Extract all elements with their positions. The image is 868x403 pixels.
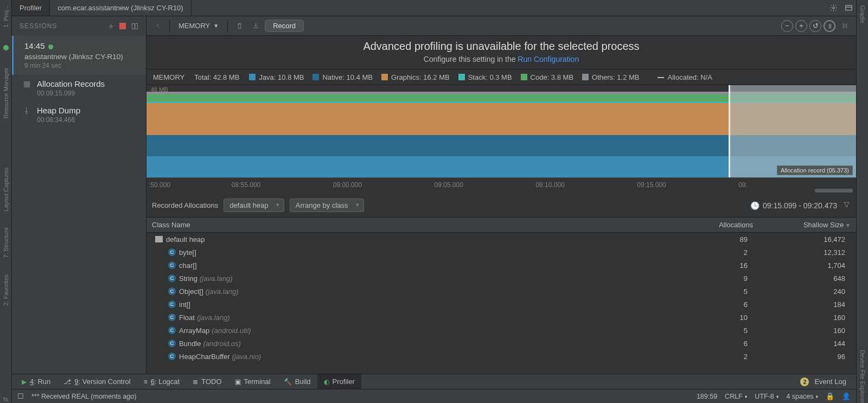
svg-rect-3 bbox=[132, 23, 134, 29]
reset-zoom-button[interactable]: ↺ bbox=[809, 20, 821, 32]
sessions-panel: SESSIONS 14:45 assistantnew (Jlinksz CY-… bbox=[12, 16, 146, 374]
status-window-icon[interactable]: ☐ bbox=[17, 392, 24, 400]
legend-java: Java: 10.8 MB bbox=[249, 73, 304, 81]
btab-vcs[interactable]: ⎇9: Version Control bbox=[57, 374, 137, 389]
rail-captures[interactable]: Layout Captures bbox=[3, 168, 9, 212]
rail-resource-manager[interactable]: Resource Manager bbox=[3, 68, 9, 119]
artifact-time: 00:09:15.099 bbox=[37, 89, 105, 97]
table-row[interactable]: CArrayMap(android.util)5160 bbox=[146, 324, 856, 337]
arrange-dropdown[interactable]: Arrange by class bbox=[290, 199, 364, 212]
selection-region[interactable]: Allocation record (05.373) bbox=[729, 85, 856, 177]
status-eol[interactable]: CRLF ♦ bbox=[725, 393, 747, 400]
legend-allocated: Allocated: N/A bbox=[667, 73, 712, 81]
time-range: 09:15.099 - 09:20.473 bbox=[763, 201, 837, 210]
allocations-table: Class Name Allocations Shallow Size defa… bbox=[146, 218, 856, 374]
table-row[interactable]: CFloat(java.lang)10160 bbox=[146, 311, 856, 324]
rail-bottom-icon: ʦ bbox=[3, 396, 8, 403]
android-icon bbox=[2, 44, 10, 52]
btab-profiler[interactable]: ◐Profiler bbox=[317, 374, 361, 389]
th-shallow-size[interactable]: Shallow Size bbox=[758, 218, 856, 232]
table-row[interactable]: CString(java.lang)9648 bbox=[146, 272, 856, 285]
profiler-panel: MEMORY▼ Record − + ↺ ॥ Advanced profilin… bbox=[146, 16, 856, 374]
filter-label: Recorded Allocations bbox=[152, 201, 218, 209]
artifact-title: Allocation Records bbox=[37, 79, 105, 88]
view-selector[interactable]: MEMORY▼ bbox=[174, 22, 223, 30]
heap-dropdown[interactable]: default heap bbox=[224, 199, 284, 212]
status-encoding[interactable]: UTF-8 ♦ bbox=[755, 393, 778, 400]
stop-session-icon[interactable] bbox=[117, 20, 129, 32]
profiler-tabbar: Profiler com.ecar.assistantnew (Jlinksz … bbox=[12, 0, 856, 16]
status-caret-pos[interactable]: 189:59 bbox=[697, 393, 717, 400]
heap-dump-icon: ⭳ bbox=[22, 106, 31, 114]
zoom-out-button[interactable]: − bbox=[781, 20, 793, 32]
svg-rect-4 bbox=[135, 23, 137, 29]
timeline-scrollbar[interactable] bbox=[815, 189, 853, 193]
legend-total: Total: 42.8 MB bbox=[194, 73, 239, 81]
session-duration: 9 min 24 sec bbox=[24, 62, 141, 69]
layout-icon[interactable] bbox=[129, 20, 141, 32]
class-icon: C bbox=[168, 340, 176, 347]
rail-gradle[interactable]: Gradle bbox=[859, 5, 866, 23]
rail-favorites[interactable]: 2: Favorites bbox=[3, 274, 9, 305]
live-dot-icon bbox=[48, 44, 53, 49]
event-badge: 2 bbox=[800, 378, 809, 386]
record-button[interactable]: Record bbox=[265, 20, 304, 32]
settings-gear-icon[interactable] bbox=[826, 0, 841, 16]
hide-panel-icon[interactable] bbox=[841, 0, 856, 16]
svg-point-0 bbox=[3, 45, 9, 50]
artifact-allocation-records[interactable]: ▦ Allocation Records 00:09:15.099 bbox=[12, 75, 146, 101]
add-session-icon[interactable] bbox=[105, 20, 117, 32]
status-message: *** Received REAL (moments ago) bbox=[31, 393, 136, 400]
lock-icon[interactable]: 🔒 bbox=[826, 392, 834, 400]
rail-structure[interactable]: 7: Structure bbox=[3, 227, 9, 258]
session-name: assistantnew (Jlinksz CY-R10) bbox=[24, 53, 141, 61]
trash-button[interactable] bbox=[232, 19, 246, 33]
rail-project[interactable]: 1: Proj... bbox=[3, 5, 9, 28]
legend-title: MEMORY bbox=[153, 73, 184, 81]
btab-logcat[interactable]: ≡6: Logcat bbox=[137, 374, 187, 389]
table-row[interactable]: Cbyte[]212,312 bbox=[146, 246, 856, 259]
pause-button[interactable]: ॥ bbox=[824, 20, 835, 32]
svg-rect-2 bbox=[845, 5, 851, 10]
btab-event-log[interactable]: 2Event Log bbox=[794, 374, 853, 389]
table-row[interactable]: Cchar[]161,704 bbox=[146, 259, 856, 272]
memory-chart[interactable]: 48 MB 32 16 Allocation record (05.373) :… bbox=[146, 85, 856, 194]
artifact-time: 00:08:34.466 bbox=[37, 116, 80, 124]
artifact-heap-dump[interactable]: ⭳ Heap Dump 00:08:34.466 bbox=[12, 101, 146, 128]
memory-legend: MEMORY Total: 42.8 MB Java: 10.8 MBNativ… bbox=[146, 69, 856, 85]
advanced-profiling-banner: Advanced profiling is unavailable for th… bbox=[146, 36, 856, 69]
zoom-in-button[interactable]: + bbox=[795, 20, 807, 32]
th-class-name[interactable]: Class Name bbox=[146, 218, 666, 232]
legend-graphics: Graphics: 16.2 MB bbox=[381, 73, 450, 81]
session-item[interactable]: 14:45 assistantnew (Jlinksz CY-R10) 9 mi… bbox=[12, 36, 146, 75]
table-row[interactable]: CObject[](java.lang)5240 bbox=[146, 285, 856, 298]
class-icon: C bbox=[168, 261, 176, 269]
th-allocations[interactable]: Allocations bbox=[666, 218, 758, 232]
sessions-title: SESSIONS bbox=[20, 22, 57, 30]
btab-todo[interactable]: ≣TODO bbox=[186, 374, 228, 389]
class-icon: C bbox=[168, 314, 176, 321]
class-icon: C bbox=[168, 274, 176, 282]
run-config-link[interactable]: Run Configuration bbox=[518, 55, 579, 63]
legend-native: Native: 10.4 MB bbox=[312, 73, 373, 81]
rail-device-explorer[interactable]: Device File Explorer bbox=[859, 350, 866, 403]
table-row[interactable]: CBundle(android.os)6144 bbox=[146, 337, 856, 350]
status-bar: ☐ *** Received REAL (moments ago) 189:59… bbox=[12, 389, 856, 403]
class-icon: C bbox=[168, 287, 176, 295]
status-indent[interactable]: 4 spaces ♦ bbox=[786, 393, 818, 400]
btab-terminal[interactable]: ▣Terminal bbox=[228, 374, 277, 389]
table-row-root[interactable]: default heap8916,472 bbox=[146, 233, 856, 246]
go-live-button[interactable] bbox=[838, 19, 852, 33]
session-time: 14:45 bbox=[24, 41, 45, 50]
filter-icon[interactable] bbox=[843, 201, 851, 210]
dump-heap-button[interactable] bbox=[248, 19, 263, 33]
table-row[interactable]: CHeapCharBuffer(java.nio)296 bbox=[146, 350, 856, 363]
btab-run[interactable]: ▶4: 4: RunRun bbox=[15, 374, 57, 389]
btab-build[interactable]: 🔨Build bbox=[277, 374, 317, 389]
table-row[interactable]: Cint[]6184 bbox=[146, 298, 856, 311]
inspector-icon[interactable]: 👤 bbox=[842, 392, 851, 400]
back-button[interactable] bbox=[151, 19, 165, 33]
tab-profiler[interactable]: Profiler bbox=[12, 0, 50, 16]
tab-process[interactable]: com.ecar.assistantnew (Jlinksz CY-R10) bbox=[50, 0, 191, 16]
class-icon: C bbox=[168, 353, 176, 360]
